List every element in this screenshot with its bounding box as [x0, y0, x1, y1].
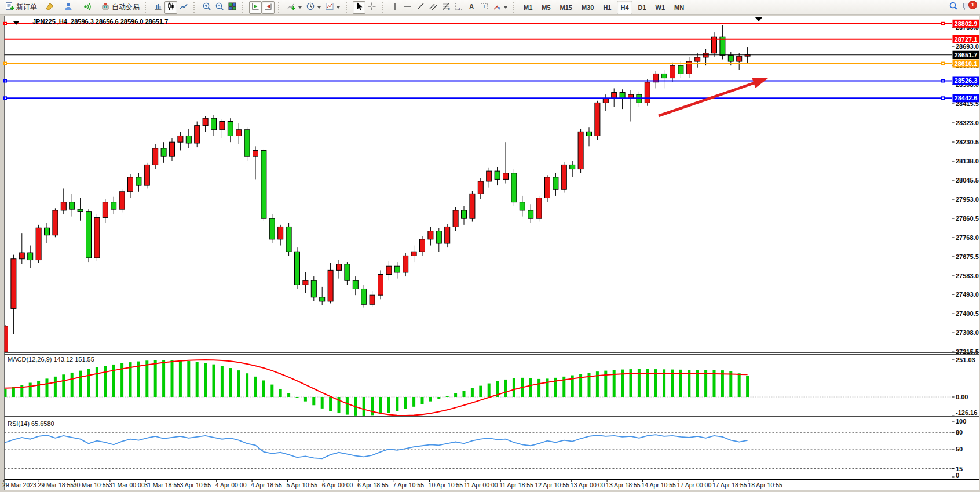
- community-button[interactable]: [62, 1, 75, 14]
- macd-histogram-bar: [162, 360, 165, 397]
- macd-histogram-bar: [46, 378, 49, 397]
- macd-histogram-bar: [154, 360, 157, 397]
- rsi-scale-label: 100: [956, 418, 966, 425]
- horizontal-line-button[interactable]: [401, 1, 414, 14]
- macd-histogram-bar: [12, 387, 15, 397]
- cursor-button[interactable]: [353, 1, 365, 14]
- toolbar-separator: [145, 2, 149, 13]
- macd-histogram-bar: [96, 367, 98, 397]
- macd-histogram-bar: [213, 365, 215, 397]
- rsi-scale-label: 15: [956, 465, 963, 472]
- person-icon: [64, 2, 73, 13]
- macd-histogram-bar: [746, 376, 749, 397]
- candle-bull: [470, 194, 475, 218]
- metaeditor-button[interactable]: [43, 1, 56, 14]
- candle-bull: [103, 202, 108, 218]
- clock-icon: [306, 2, 315, 13]
- timeframe-button-m5[interactable]: M5: [538, 1, 554, 14]
- search-button[interactable]: [946, 1, 960, 14]
- price-badge-text: 28610.1: [955, 60, 978, 67]
- toolbar-separator: [346, 2, 350, 13]
- macd-histogram-bar: [729, 371, 732, 397]
- timeframe-button-d1[interactable]: D1: [635, 1, 650, 14]
- channel-button[interactable]: [427, 1, 440, 14]
- chart-shift-button[interactable]: [262, 1, 275, 14]
- timeframe-button-mn[interactable]: MN: [671, 1, 688, 14]
- candle-bear: [511, 173, 517, 202]
- macd-histogram-bar: [387, 397, 390, 413]
- macd-histogram-bar: [187, 361, 190, 397]
- line-handle-center: [942, 97, 944, 99]
- date-label: 11 Apr 18:55: [499, 482, 533, 489]
- macd-histogram-bar: [454, 393, 457, 397]
- timeframe-button-m15[interactable]: M15: [557, 1, 576, 14]
- signals-button[interactable]: [81, 1, 93, 14]
- arrows-button[interactable]: [491, 1, 510, 14]
- timeframe-button-m1[interactable]: M1: [520, 1, 536, 14]
- candle-bear: [228, 122, 233, 136]
- text-button[interactable]: A: [465, 1, 478, 14]
- grid-icon: F: [454, 2, 463, 13]
- macd-scale-label: 251.03: [956, 356, 975, 363]
- toolbar-separator: [513, 2, 518, 13]
- line-handle-center: [5, 63, 6, 64]
- line-handle-center: [942, 63, 944, 64]
- date-label: 13 Apr 18:55: [606, 482, 641, 489]
- tile-windows-button[interactable]: [226, 1, 239, 14]
- line-chart-button[interactable]: [177, 1, 190, 14]
- chat-button[interactable]: 1: [960, 1, 974, 14]
- candle-bear: [570, 165, 575, 169]
- trendline-button[interactable]: [414, 1, 427, 14]
- macd-histogram-bar: [279, 389, 282, 397]
- gold-prism-icon: [45, 2, 54, 13]
- candle-bear: [345, 264, 350, 281]
- candlestick-chart-button[interactable]: [164, 1, 177, 14]
- svg-text:A: A: [469, 2, 474, 10]
- new-order-button[interactable]: 新订单: [3, 1, 39, 14]
- dropdown-caret-icon: [317, 6, 321, 10]
- grid-button[interactable]: F: [452, 1, 465, 14]
- timeframe-button-h1[interactable]: H1: [599, 1, 615, 14]
- vertical-line-button[interactable]: [389, 1, 401, 14]
- candle-bull: [178, 136, 183, 142]
- candle-bear: [353, 280, 358, 289]
- macd-histogram-bar: [112, 365, 115, 397]
- periods-button[interactable]: [304, 1, 323, 14]
- dropdown-caret-icon: [298, 6, 302, 10]
- candle-bull: [403, 256, 408, 272]
- bar-chart-button[interactable]: [152, 1, 164, 14]
- macd-scale-label: 0.00: [956, 393, 968, 400]
- indicators-button[interactable]: [285, 1, 304, 14]
- fibonacci-button[interactable]: E: [440, 1, 452, 14]
- timeframe-button-w1[interactable]: W1: [652, 1, 669, 14]
- timeframe-button-h4[interactable]: H4: [617, 1, 632, 14]
- auto-trading-button[interactable]: 自动交易: [99, 1, 141, 14]
- auto-scroll-button[interactable]: [249, 1, 262, 14]
- candle-bear: [78, 209, 83, 212]
- trend-arrow-shaft[interactable]: [659, 83, 754, 116]
- candle-bull: [94, 217, 100, 258]
- macd-pane: [4, 360, 952, 416]
- candle-bear: [45, 228, 50, 235]
- zoom-out-button[interactable]: [213, 1, 226, 14]
- macd-histogram-bar: [79, 371, 82, 397]
- candle-bull: [420, 239, 425, 252]
- timeframe-button-m30[interactable]: M30: [578, 1, 597, 14]
- candle-bull: [411, 252, 416, 256]
- trend-arrow-head[interactable]: [752, 78, 768, 88]
- text-label-button[interactable]: T: [478, 1, 491, 14]
- date-label: 17 Apr 18:55: [712, 482, 747, 489]
- zoom-in-button[interactable]: [200, 1, 213, 14]
- date-label: 29 Mar 2023: [2, 482, 36, 489]
- price-tick-label: 28230.5: [956, 139, 979, 145]
- chart-title: JPN225 ,H4 28596.3 28656.6 28596.0 28651…: [32, 18, 168, 25]
- date-label: 17 Apr 00:00: [677, 482, 712, 489]
- crosshair-button[interactable]: [365, 1, 378, 14]
- toolbar: 新订单 自动交易: [0, 0, 980, 15]
- price-tick-label: 27860.5: [956, 215, 979, 222]
- macd-histogram-bar: [254, 377, 257, 397]
- templates-button[interactable]: [323, 1, 342, 14]
- price-badge-text: 28442.6: [955, 94, 978, 101]
- macd-histogram-bar: [546, 378, 549, 397]
- candle-bull: [153, 148, 158, 165]
